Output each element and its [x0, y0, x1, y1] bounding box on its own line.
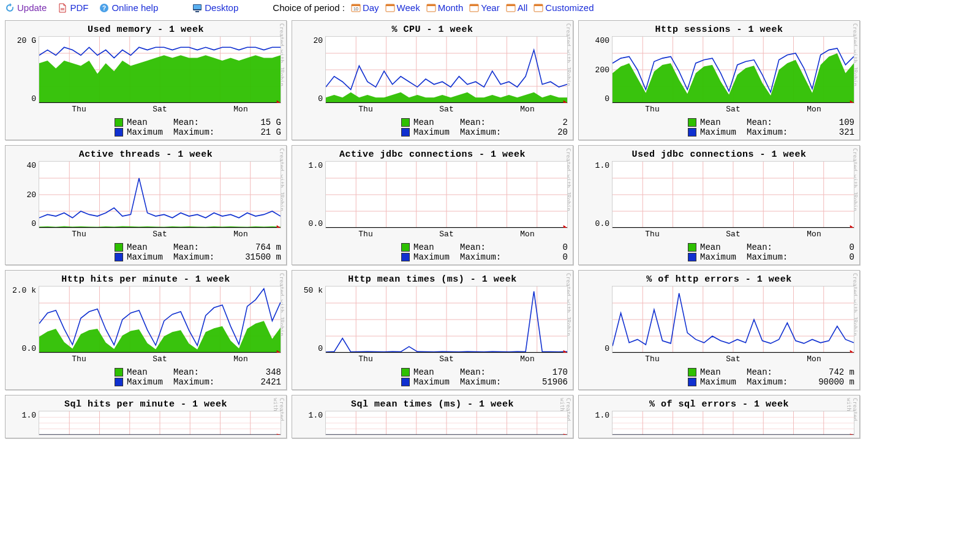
period-day[interactable]: 10Day	[351, 2, 379, 13]
chart-card[interactable]: Created with JRobinActive jdbc connectio…	[292, 145, 573, 265]
svg-rect-13	[470, 4, 478, 6]
plot-area	[39, 161, 281, 228]
y-axis: 1.00.0	[297, 161, 325, 228]
max-value: 0	[799, 252, 854, 262]
desktop-link[interactable]: Desktop	[192, 2, 238, 13]
max-value: 21 G	[226, 127, 281, 137]
mean-value: 0	[513, 242, 568, 252]
mean-value: 15 G	[226, 118, 281, 127]
chart-title: % of sql errors - 1 week	[584, 399, 854, 410]
mean-value: 348	[226, 367, 281, 377]
chart-title: Sql hits per minute - 1 week	[10, 399, 281, 410]
plot-area	[612, 36, 854, 103]
chart-card[interactable]: Created with JRobinUsed jdbc connections…	[578, 145, 860, 265]
pdf-link[interactable]: PDF	[58, 2, 88, 13]
chart-legend: MeanMean:15 GMaximumMaximum:21 G	[10, 118, 281, 137]
chart-plot: 0	[584, 286, 854, 353]
help-link[interactable]: ? Online help	[99, 2, 158, 13]
help-icon: ?	[99, 3, 109, 13]
legend-swatch-max	[115, 253, 123, 261]
x-axis: ThuSatMon	[612, 354, 854, 364]
period-year[interactable]: Year	[469, 2, 499, 13]
max-value: 51906	[513, 377, 568, 387]
calendar-icon: 10	[351, 3, 361, 13]
chart-card[interactable]: Created with JRobin% CPU - 1 week200ThuS…	[292, 20, 573, 140]
chart-plot: 4002000	[584, 36, 854, 103]
chart-legend: MeanMean:764 mMaximumMaximum:31500 m	[10, 242, 281, 262]
legend-swatch-max	[688, 128, 696, 137]
chart-card[interactable]: Created with JRobinSql mean times (ms) -…	[292, 395, 573, 438]
chart-legend: MeanMean:109MaximumMaximum:321	[584, 118, 854, 137]
x-axis: ThuSatMon	[39, 354, 281, 364]
svg-rect-9	[386, 4, 394, 6]
plot-area	[39, 36, 281, 103]
chart-title: Http sessions - 1 week	[584, 24, 854, 35]
chart-card[interactable]: Created with JRobinHttp mean times (ms) …	[292, 270, 573, 390]
svg-rect-17	[534, 4, 543, 6]
period-month[interactable]: Month	[426, 2, 464, 13]
legend-swatch-mean	[688, 118, 696, 127]
legend-swatch-mean	[401, 118, 410, 127]
chart-legend: MeanMean:2MaximumMaximum:20	[297, 118, 568, 137]
chart-plot: 1.0	[584, 411, 854, 435]
y-axis: 40200	[10, 161, 39, 228]
max-value: 90000 m	[799, 377, 854, 387]
x-axis: ThuSatMon	[39, 105, 281, 114]
svg-rect-4	[195, 11, 199, 12]
legend-swatch-max	[401, 128, 410, 137]
refresh-icon	[5, 3, 15, 13]
legend-swatch-mean	[688, 368, 696, 377]
chart-legend: MeanMean:742 mMaximumMaximum:90000 m	[584, 367, 854, 387]
legend-swatch-max	[688, 378, 696, 386]
period-selector: Choice of period : 10Day Week Month Year…	[273, 2, 594, 13]
chart-title: Active jdbc connections - 1 week	[297, 149, 568, 160]
chart-card[interactable]: Created with JRobin% of sql errors - 1 w…	[578, 395, 860, 438]
calendar-icon	[426, 3, 436, 13]
mean-value: 109	[799, 118, 854, 127]
chart-card[interactable]: Created with JRobinHttp hits per minute …	[5, 270, 287, 390]
mean-value: 170	[513, 367, 568, 377]
chart-card[interactable]: Created with JRobinHttp sessions - 1 wee…	[578, 20, 860, 140]
period-label: Choice of period :	[273, 2, 345, 13]
plot-area	[325, 286, 568, 353]
mean-value: 0	[799, 242, 854, 252]
chart-grid: Created with JRobinUsed memory - 1 week2…	[0, 15, 980, 443]
y-axis: 1.00.0	[584, 161, 612, 228]
legend-swatch-mean	[401, 243, 410, 252]
x-axis: ThuSatMon	[612, 105, 854, 114]
chart-card[interactable]: Created with JRobinActive threads - 1 we…	[5, 145, 287, 265]
chart-title: Http hits per minute - 1 week	[10, 274, 281, 285]
chart-plot: 1.0	[297, 411, 568, 435]
chart-legend: MeanMean:348MaximumMaximum:2421	[10, 367, 281, 387]
chart-plot: 1.00.0	[297, 161, 568, 228]
plot-area	[39, 286, 281, 353]
plot-area	[612, 411, 854, 435]
chart-card[interactable]: Created with JRobinUsed memory - 1 week2…	[5, 20, 287, 140]
chart-plot: 20 G0	[10, 36, 281, 103]
chart-title: Used jdbc connections - 1 week	[584, 149, 854, 160]
y-axis: 1.0	[584, 411, 612, 435]
period-all[interactable]: All	[506, 2, 528, 13]
chart-title: Sql mean times (ms) - 1 week	[297, 399, 568, 410]
y-axis: 1.0	[10, 411, 39, 435]
mean-value: 764 m	[226, 242, 281, 252]
svg-rect-15	[507, 4, 515, 6]
svg-text:?: ?	[102, 5, 106, 12]
chart-title: % CPU - 1 week	[297, 24, 568, 35]
calendar-icon	[506, 3, 516, 13]
chart-card[interactable]: Created with JRobin% of http errors - 1 …	[578, 270, 860, 390]
chart-card[interactable]: Created with JRobinSql hits per minute -…	[5, 395, 287, 438]
x-axis: ThuSatMon	[325, 105, 568, 114]
max-value: 31500 m	[226, 252, 281, 262]
update-link[interactable]: Update	[5, 2, 47, 13]
chart-title: Used memory - 1 week	[10, 24, 281, 35]
x-axis: ThuSatMon	[325, 354, 568, 364]
svg-rect-6	[352, 4, 360, 6]
y-axis: 200	[297, 36, 325, 103]
period-customized[interactable]: Customized	[533, 2, 594, 13]
legend-swatch-mean	[688, 243, 696, 252]
period-week[interactable]: Week	[385, 2, 420, 13]
chart-plot: 2.0 k0.0	[10, 286, 281, 353]
plot-area	[325, 411, 568, 435]
chart-plot: 40200	[10, 161, 281, 228]
